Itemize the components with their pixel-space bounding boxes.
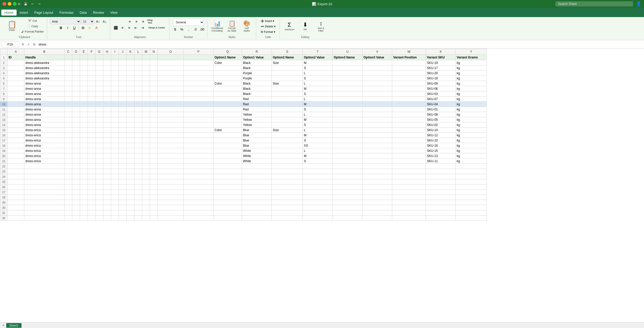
- confirm-formula-button[interactable]: ✓: [26, 42, 31, 47]
- list-item[interactable]: [96, 200, 103, 205]
- list-item[interactable]: [362, 200, 392, 205]
- list-item[interactable]: kg: [456, 86, 487, 91]
- list-item[interactable]: [392, 153, 426, 159]
- list-item[interactable]: [272, 164, 303, 169]
- list-item[interactable]: kg: [456, 96, 487, 102]
- list-item[interactable]: [362, 179, 392, 184]
- list-item[interactable]: dress-erica: [24, 153, 65, 159]
- list-item[interactable]: [8, 122, 24, 128]
- list-item[interactable]: [88, 190, 96, 195]
- col-header-L[interactable]: L: [134, 49, 142, 55]
- list-item[interactable]: [111, 174, 119, 179]
- list-item[interactable]: [134, 138, 142, 143]
- list-item[interactable]: [213, 195, 242, 200]
- list-item[interactable]: [111, 195, 119, 200]
- list-item[interactable]: [134, 112, 142, 117]
- list-item[interactable]: [150, 65, 158, 71]
- conditional-formatting-button[interactable]: 📊 ConditionalFormatting: [210, 20, 224, 33]
- list-item[interactable]: [119, 190, 127, 195]
- list-item[interactable]: [111, 96, 119, 102]
- list-item[interactable]: [392, 96, 426, 102]
- list-item[interactable]: [362, 148, 392, 153]
- list-item[interactable]: [142, 190, 150, 195]
- list-item[interactable]: [103, 86, 111, 91]
- list-item[interactable]: [111, 60, 119, 65]
- list-item[interactable]: [150, 179, 158, 184]
- list-item[interactable]: [362, 122, 392, 128]
- list-item[interactable]: [456, 200, 487, 205]
- list-item[interactable]: [426, 195, 456, 200]
- list-item[interactable]: [150, 81, 158, 86]
- list-item[interactable]: [303, 210, 333, 215]
- list-item[interactable]: [456, 184, 487, 190]
- col-header-S[interactable]: S: [272, 49, 303, 55]
- list-item[interactable]: [127, 133, 134, 138]
- list-item[interactable]: [8, 86, 24, 91]
- list-item[interactable]: [24, 215, 65, 221]
- list-item[interactable]: [426, 179, 456, 184]
- cancel-formula-button[interactable]: ✕: [20, 42, 25, 47]
- list-item[interactable]: [426, 169, 456, 174]
- list-item[interactable]: [103, 164, 111, 169]
- list-item[interactable]: [456, 205, 487, 210]
- list-item[interactable]: [213, 179, 242, 184]
- list-item[interactable]: [184, 122, 213, 128]
- col-header-W[interactable]: W: [392, 49, 426, 55]
- row-num-14[interactable]: 14: [0, 122, 8, 128]
- list-item[interactable]: [24, 184, 65, 190]
- cut-button[interactable]: ✂️ Cut: [20, 19, 45, 23]
- list-item[interactable]: dress-anna: [24, 86, 65, 91]
- list-item[interactable]: SKU-13: [426, 153, 456, 159]
- list-item[interactable]: [392, 164, 426, 169]
- list-item[interactable]: [142, 153, 150, 159]
- list-item[interactable]: [119, 112, 127, 117]
- underline-button[interactable]: U: [71, 25, 77, 31]
- list-item[interactable]: [96, 102, 103, 107]
- list-item[interactable]: [158, 174, 184, 179]
- list-item[interactable]: SKU-17: [426, 65, 456, 71]
- list-item[interactable]: [65, 190, 72, 195]
- list-item[interactable]: [142, 128, 150, 133]
- list-item[interactable]: [333, 179, 362, 184]
- menu-page-layout[interactable]: Page Layout: [31, 10, 56, 16]
- header-cell-8[interactable]: [111, 55, 119, 60]
- list-item[interactable]: [150, 210, 158, 215]
- autosum-button[interactable]: Σ AutoSum: [282, 21, 297, 32]
- list-item[interactable]: Purple: [242, 71, 272, 76]
- header-cell-2[interactable]: [65, 55, 72, 60]
- list-item[interactable]: kg: [456, 60, 487, 65]
- list-item[interactable]: [103, 65, 111, 71]
- list-item[interactable]: [184, 153, 213, 159]
- list-item[interactable]: [426, 190, 456, 195]
- list-item[interactable]: [72, 215, 80, 221]
- list-item[interactable]: [392, 128, 426, 133]
- list-item[interactable]: [150, 138, 158, 143]
- minimize-button[interactable]: [8, 2, 11, 6]
- list-item[interactable]: kg: [456, 159, 487, 164]
- list-item[interactable]: [184, 184, 213, 190]
- list-item[interactable]: [333, 91, 362, 96]
- list-item[interactable]: [88, 184, 96, 190]
- list-item[interactable]: SKU-19: [426, 60, 456, 65]
- list-item[interactable]: [158, 153, 184, 159]
- list-item[interactable]: [72, 174, 80, 179]
- list-item[interactable]: [333, 76, 362, 81]
- list-item[interactable]: [134, 81, 142, 86]
- list-item[interactable]: [111, 153, 119, 159]
- list-item[interactable]: [303, 195, 333, 200]
- list-item[interactable]: [80, 91, 88, 96]
- menu-home[interactable]: Home: [1, 10, 17, 16]
- list-item[interactable]: [8, 190, 24, 195]
- list-item[interactable]: [65, 117, 72, 122]
- list-item[interactable]: [142, 107, 150, 112]
- list-item[interactable]: [184, 148, 213, 153]
- list-item[interactable]: [134, 122, 142, 128]
- list-item[interactable]: [213, 138, 242, 143]
- list-item[interactable]: [134, 153, 142, 159]
- list-item[interactable]: Color: [213, 128, 242, 133]
- list-item[interactable]: [184, 91, 213, 96]
- list-item[interactable]: [362, 169, 392, 174]
- list-item[interactable]: SKU-04: [426, 102, 456, 107]
- list-item[interactable]: [392, 143, 426, 148]
- col-header-K[interactable]: K: [127, 49, 134, 55]
